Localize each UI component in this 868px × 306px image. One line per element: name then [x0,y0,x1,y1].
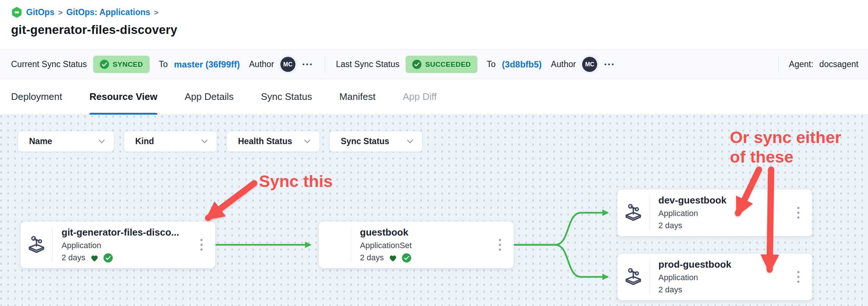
last-sync-status-badge: SUCCEEDED [406,56,477,73]
current-sync-revision-link[interactable]: master (36f99ff) [174,59,240,70]
annotation-line-2: of these [730,147,841,167]
argo-application-icon [617,189,649,236]
last-sync-status-label: Last Sync Status [336,59,400,69]
node-age: 2 days [658,221,682,230]
current-author-avatar: MC [280,57,295,72]
current-sync-more-menu-button[interactable]: ••• [302,59,314,70]
breadcrumb: GitOps > GitOps: Applications > [11,7,868,18]
tab-app-details[interactable]: App Details [185,79,234,114]
filter-label: Name [29,136,52,146]
breadcrumb-link-gitops[interactable]: GitOps [26,7,55,17]
argo-application-icon [21,222,52,268]
argo-application-icon [617,254,649,300]
filter-label: Sync Status [341,136,389,146]
application-icon-placeholder [319,222,351,268]
node-title: dev-guestbook [658,195,790,206]
node-title: prod-guestbook [658,259,790,270]
page-title: git-generator-files-discovery [11,23,868,37]
statusbar-divider [778,56,778,73]
filter-health-status-dropdown[interactable]: Health Status [227,131,320,152]
filter-name-dropdown[interactable]: Name [18,131,114,152]
agent-info: Agent: docsagent [774,56,858,73]
filter-sync-status-dropdown[interactable]: Sync Status [329,131,423,152]
last-to-label: To [487,59,496,69]
sync-check-circle-icon [104,253,113,262]
gitops-app-page: GitOps > GitOps: Applications > git-gene… [0,0,868,306]
sync-check-circle-icon [402,253,411,262]
current-author-label: Author [249,59,274,69]
tab-app-diff[interactable]: App Diff [403,79,437,114]
node-body: prod-guestbook Application 2 days [650,254,812,300]
node-age: 2 days [62,253,85,262]
current-to-label: To [159,59,168,69]
current-sync-status-value: SYNCED [113,60,143,69]
node-menu-button[interactable] [198,237,205,253]
current-sync-status-badge: SYNCED [93,56,150,73]
check-circle-icon [412,60,421,69]
last-sync-revision-link[interactable]: (3d8bfb5) [502,59,542,70]
last-sync-status-value: SUCCEEDED [425,60,471,69]
tab-manifest[interactable]: Manifest [339,79,375,114]
last-author-avatar: MC [582,57,597,72]
node-body: git-generator-files-disco... Application… [53,222,215,268]
node-kind: Application [62,241,193,250]
health-heart-icon [90,253,99,262]
chevron-down-icon [304,139,311,143]
chevron-down-icon [407,139,413,143]
node-kind: Application [658,209,790,218]
breadcrumb-separator: > [58,8,63,17]
agent-value: docsagent [819,59,858,69]
breadcrumb-link-applications[interactable]: GitOps: Applications [66,7,150,17]
breadcrumb-separator: > [154,8,158,17]
node-age: 2 days [360,253,384,262]
statusbar-divider [325,56,325,73]
node-menu-button[interactable] [497,237,503,253]
annotation-line-1: Or sync either [730,128,841,147]
node-menu-button[interactable] [795,205,802,221]
node-age: 2 days [658,285,682,295]
graph-node-guestbook[interactable]: guestbook ApplicationSet 2 days [319,221,514,268]
node-title: guestbook [360,227,491,238]
filter-kind-dropdown[interactable]: Kind [124,131,217,152]
check-circle-icon [100,60,109,69]
node-kind: ApplicationSet [360,241,491,250]
agent-label: Agent: [789,59,813,69]
node-menu-button[interactable] [795,269,802,285]
filter-label: Kind [135,136,154,146]
filter-label: Health Status [238,136,292,146]
node-body: guestbook ApplicationSet 2 days [351,222,514,268]
health-heart-icon [388,253,398,262]
annotation-arrow-sync-this [208,183,254,218]
node-body: dev-guestbook Application 2 days [650,189,812,236]
graph-node-prod-guestbook[interactable]: prod-guestbook Application 2 days [617,253,812,300]
current-sync-status-label: Current Sync Status [11,59,87,69]
tab-resource-view[interactable]: Resource View [90,79,158,114]
app-tabs: Deployment Resource View App Details Syn… [0,79,868,115]
tab-deployment[interactable]: Deployment [11,79,62,114]
annotation-or-sync-either: Or sync either of these [730,128,841,167]
graph-node-git-generator-files-discovery[interactable]: git-generator-files-disco... Application… [20,221,216,268]
annotation-sync-this: Sync this [259,172,333,191]
node-title: git-generator-files-disco... [62,227,193,238]
last-author-label: Author [551,59,576,69]
graph-node-dev-guestbook[interactable]: dev-guestbook Application 2 days [617,189,812,236]
resource-graph-canvas: Name Kind Health Status Sync Status [0,115,868,306]
graph-filters: Name Kind Health Status Sync Status [18,131,423,152]
tab-sync-status[interactable]: Sync Status [261,79,312,114]
page-header: GitOps > GitOps: Applications > git-gene… [0,0,868,49]
last-sync-more-menu-button[interactable]: ••• [603,59,616,70]
chevron-down-icon [98,139,105,143]
gitops-logo-icon [11,7,22,18]
chevron-down-icon [201,139,208,143]
sync-status-bar: Current Sync Status SYNCED To master (36… [0,49,868,79]
node-kind: Application [658,273,790,282]
